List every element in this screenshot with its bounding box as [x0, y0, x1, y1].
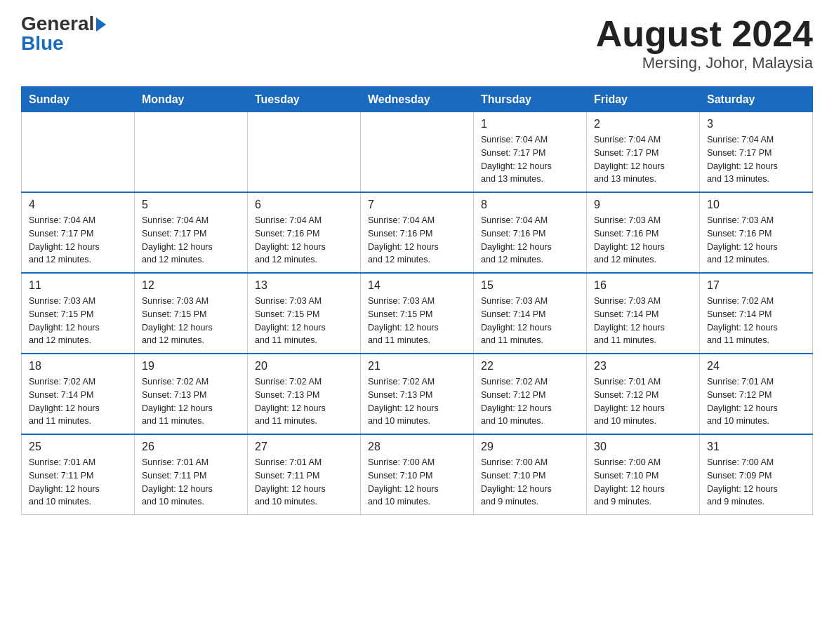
page-header: General Blue August 2024 Mersing, Johor,… [21, 14, 813, 72]
logo-blue: Blue [21, 34, 64, 53]
calendar-title: August 2024 [596, 14, 813, 54]
calendar-table: SundayMondayTuesdayWednesdayThursdayFrid… [21, 86, 813, 515]
calendar-cell [135, 112, 248, 193]
day-info: Sunrise: 7:03 AMSunset: 7:16 PMDaylight:… [707, 214, 805, 267]
calendar-cell: 20Sunrise: 7:02 AMSunset: 7:13 PMDayligh… [248, 354, 361, 434]
logo: General Blue [21, 14, 106, 53]
day-info: Sunrise: 7:00 AMSunset: 7:10 PMDaylight:… [368, 456, 466, 509]
calendar-cell [248, 112, 361, 193]
day-number: 23 [594, 360, 692, 373]
calendar-cell: 28Sunrise: 7:00 AMSunset: 7:10 PMDayligh… [361, 434, 474, 515]
weekday-header-sunday: Sunday [22, 87, 135, 112]
day-info: Sunrise: 7:02 AMSunset: 7:14 PMDaylight:… [707, 295, 805, 347]
calendar-cell: 23Sunrise: 7:01 AMSunset: 7:12 PMDayligh… [587, 354, 700, 434]
weekday-header-thursday: Thursday [474, 87, 587, 112]
day-info: Sunrise: 7:00 AMSunset: 7:09 PMDaylight:… [707, 456, 805, 509]
calendar-cell: 15Sunrise: 7:03 AMSunset: 7:14 PMDayligh… [474, 273, 587, 354]
calendar-cell: 22Sunrise: 7:02 AMSunset: 7:12 PMDayligh… [474, 354, 587, 434]
day-number: 30 [594, 441, 692, 453]
day-info: Sunrise: 7:02 AMSunset: 7:14 PMDaylight:… [29, 375, 127, 428]
day-info: Sunrise: 7:03 AMSunset: 7:15 PMDaylight:… [29, 295, 127, 347]
calendar-cell: 27Sunrise: 7:01 AMSunset: 7:11 PMDayligh… [248, 434, 361, 515]
day-info: Sunrise: 7:01 AMSunset: 7:11 PMDaylight:… [255, 456, 353, 509]
day-info: Sunrise: 7:02 AMSunset: 7:12 PMDaylight:… [481, 375, 579, 428]
day-number: 11 [29, 279, 127, 292]
calendar-cell: 25Sunrise: 7:01 AMSunset: 7:11 PMDayligh… [22, 434, 135, 515]
day-info: Sunrise: 7:03 AMSunset: 7:15 PMDaylight:… [368, 295, 466, 347]
day-info: Sunrise: 7:04 AMSunset: 7:17 PMDaylight:… [707, 133, 805, 186]
calendar-cell: 3Sunrise: 7:04 AMSunset: 7:17 PMDaylight… [700, 112, 813, 193]
day-info: Sunrise: 7:01 AMSunset: 7:11 PMDaylight:… [142, 456, 240, 509]
day-number: 18 [29, 360, 127, 373]
calendar-cell: 12Sunrise: 7:03 AMSunset: 7:15 PMDayligh… [135, 273, 248, 354]
logo-arrow-icon [96, 18, 106, 32]
weekday-header-saturday: Saturday [700, 87, 813, 112]
calendar-cell: 10Sunrise: 7:03 AMSunset: 7:16 PMDayligh… [700, 192, 813, 273]
weekday-header-wednesday: Wednesday [361, 87, 474, 112]
calendar-cell: 26Sunrise: 7:01 AMSunset: 7:11 PMDayligh… [135, 434, 248, 515]
day-number: 8 [481, 199, 579, 211]
calendar-week-3: 11Sunrise: 7:03 AMSunset: 7:15 PMDayligh… [22, 273, 813, 354]
day-info: Sunrise: 7:04 AMSunset: 7:16 PMDaylight:… [368, 214, 466, 267]
day-info: Sunrise: 7:03 AMSunset: 7:14 PMDaylight:… [594, 295, 692, 347]
day-info: Sunrise: 7:03 AMSunset: 7:16 PMDaylight:… [594, 214, 692, 267]
calendar-cell: 19Sunrise: 7:02 AMSunset: 7:13 PMDayligh… [135, 354, 248, 434]
day-number: 12 [142, 279, 240, 292]
calendar-cell: 1Sunrise: 7:04 AMSunset: 7:17 PMDaylight… [474, 112, 587, 193]
day-number: 6 [255, 199, 353, 211]
day-number: 16 [594, 279, 692, 292]
calendar-cell: 30Sunrise: 7:00 AMSunset: 7:10 PMDayligh… [587, 434, 700, 515]
day-number: 3 [707, 118, 805, 130]
calendar-cell [361, 112, 474, 193]
calendar-cell: 24Sunrise: 7:01 AMSunset: 7:12 PMDayligh… [700, 354, 813, 434]
weekday-header-friday: Friday [587, 87, 700, 112]
day-number: 27 [255, 441, 353, 453]
day-info: Sunrise: 7:04 AMSunset: 7:17 PMDaylight:… [29, 214, 127, 267]
calendar-cell: 5Sunrise: 7:04 AMSunset: 7:17 PMDaylight… [135, 192, 248, 273]
day-info: Sunrise: 7:00 AMSunset: 7:10 PMDaylight:… [594, 456, 692, 509]
calendar-cell: 9Sunrise: 7:03 AMSunset: 7:16 PMDaylight… [587, 192, 700, 273]
day-info: Sunrise: 7:02 AMSunset: 7:13 PMDaylight:… [255, 375, 353, 428]
calendar-cell: 29Sunrise: 7:00 AMSunset: 7:10 PMDayligh… [474, 434, 587, 515]
day-info: Sunrise: 7:04 AMSunset: 7:16 PMDaylight:… [481, 214, 579, 267]
calendar-week-2: 4Sunrise: 7:04 AMSunset: 7:17 PMDaylight… [22, 192, 813, 273]
day-info: Sunrise: 7:03 AMSunset: 7:14 PMDaylight:… [481, 295, 579, 347]
day-number: 10 [707, 199, 805, 211]
title-block: August 2024 Mersing, Johor, Malaysia [596, 14, 813, 72]
day-number: 26 [142, 441, 240, 453]
calendar-cell: 18Sunrise: 7:02 AMSunset: 7:14 PMDayligh… [22, 354, 135, 434]
day-info: Sunrise: 7:04 AMSunset: 7:17 PMDaylight:… [142, 214, 240, 267]
calendar-cell: 11Sunrise: 7:03 AMSunset: 7:15 PMDayligh… [22, 273, 135, 354]
calendar-cell: 4Sunrise: 7:04 AMSunset: 7:17 PMDaylight… [22, 192, 135, 273]
day-number: 28 [368, 441, 466, 453]
day-number: 20 [255, 360, 353, 373]
day-number: 25 [29, 441, 127, 453]
day-info: Sunrise: 7:03 AMSunset: 7:15 PMDaylight:… [142, 295, 240, 347]
calendar-subtitle: Mersing, Johor, Malaysia [596, 54, 813, 72]
calendar-cell: 16Sunrise: 7:03 AMSunset: 7:14 PMDayligh… [587, 273, 700, 354]
day-number: 1 [481, 118, 579, 130]
weekday-header-tuesday: Tuesday [248, 87, 361, 112]
day-info: Sunrise: 7:02 AMSunset: 7:13 PMDaylight:… [368, 375, 466, 428]
calendar-cell: 21Sunrise: 7:02 AMSunset: 7:13 PMDayligh… [361, 354, 474, 434]
calendar-week-5: 25Sunrise: 7:01 AMSunset: 7:11 PMDayligh… [22, 434, 813, 515]
calendar-cell: 6Sunrise: 7:04 AMSunset: 7:16 PMDaylight… [248, 192, 361, 273]
day-info: Sunrise: 7:04 AMSunset: 7:17 PMDaylight:… [594, 133, 692, 186]
calendar-cell: 13Sunrise: 7:03 AMSunset: 7:15 PMDayligh… [248, 273, 361, 354]
day-number: 17 [707, 279, 805, 292]
calendar-week-1: 1Sunrise: 7:04 AMSunset: 7:17 PMDaylight… [22, 112, 813, 193]
day-number: 9 [594, 199, 692, 211]
day-number: 14 [368, 279, 466, 292]
day-number: 5 [142, 199, 240, 211]
calendar-cell: 17Sunrise: 7:02 AMSunset: 7:14 PMDayligh… [700, 273, 813, 354]
day-info: Sunrise: 7:01 AMSunset: 7:11 PMDaylight:… [29, 456, 127, 509]
calendar-cell: 31Sunrise: 7:00 AMSunset: 7:09 PMDayligh… [700, 434, 813, 515]
calendar-cell: 14Sunrise: 7:03 AMSunset: 7:15 PMDayligh… [361, 273, 474, 354]
day-info: Sunrise: 7:04 AMSunset: 7:17 PMDaylight:… [481, 133, 579, 186]
calendar-cell [22, 112, 135, 193]
day-info: Sunrise: 7:01 AMSunset: 7:12 PMDaylight:… [594, 375, 692, 428]
calendar-week-4: 18Sunrise: 7:02 AMSunset: 7:14 PMDayligh… [22, 354, 813, 434]
calendar-cell: 2Sunrise: 7:04 AMSunset: 7:17 PMDaylight… [587, 112, 700, 193]
calendar-cell: 8Sunrise: 7:04 AMSunset: 7:16 PMDaylight… [474, 192, 587, 273]
day-info: Sunrise: 7:01 AMSunset: 7:12 PMDaylight:… [707, 375, 805, 428]
